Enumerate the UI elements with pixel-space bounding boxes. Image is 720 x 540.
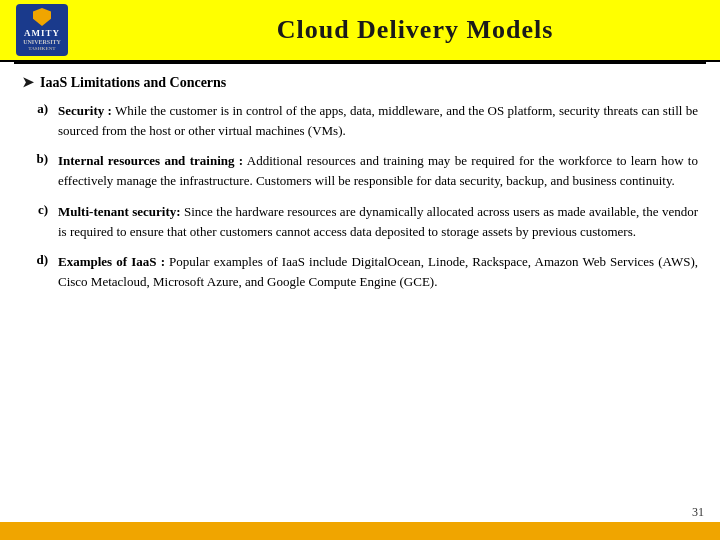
item-content-c: Multi-tenant security: Since the hardwar… [58, 202, 698, 242]
item-content-d: Examples of IaaS : Popular examples of I… [58, 252, 698, 292]
arrow-icon: ➤ [22, 74, 34, 91]
list-item: a) Security : While the customer is in c… [22, 101, 698, 141]
logo-area: AMITY UNIVERSITY TASHKENT [16, 4, 126, 56]
list-item: d) Examples of IaaS : Popular examples o… [22, 252, 698, 292]
page-title: Cloud Delivery Models [126, 15, 704, 45]
logo-box: AMITY UNIVERSITY TASHKENT [16, 4, 68, 56]
item-label-c: c) [22, 202, 48, 218]
item-label-d: d) [22, 252, 48, 268]
logo-shield-icon [33, 8, 51, 26]
section-title-text: IaaS Limitations and Concerns [40, 75, 226, 91]
item-content-b: Internal resources and training : Additi… [58, 151, 698, 191]
list-item: b) Internal resources and training : Add… [22, 151, 698, 191]
item-bold-d: Examples of IaaS : [58, 254, 165, 269]
logo-amity: AMITY [24, 28, 60, 39]
item-label-a: a) [22, 101, 48, 117]
logo-university: UNIVERSITY [23, 39, 61, 46]
item-label-b: b) [22, 151, 48, 167]
footer-bar [0, 522, 720, 540]
list-item: c) Multi-tenant security: Since the hard… [22, 202, 698, 242]
page-number: 31 [692, 505, 704, 520]
main-content: ➤ IaaS Limitations and Concerns a) Secur… [0, 64, 720, 312]
item-content-a: Security : While the customer is in cont… [58, 101, 698, 141]
item-bold-b: Internal resources and training : [58, 153, 243, 168]
header: AMITY UNIVERSITY TASHKENT Cloud Delivery… [0, 0, 720, 62]
items-list: a) Security : While the customer is in c… [22, 101, 698, 292]
logo-tashkent: TASHKENT [28, 46, 55, 52]
item-bold-a: Security : [58, 103, 112, 118]
section-title: ➤ IaaS Limitations and Concerns [22, 74, 698, 91]
item-bold-c: Multi-tenant security: [58, 204, 181, 219]
item-text-a: While the customer is in control of the … [58, 103, 698, 138]
